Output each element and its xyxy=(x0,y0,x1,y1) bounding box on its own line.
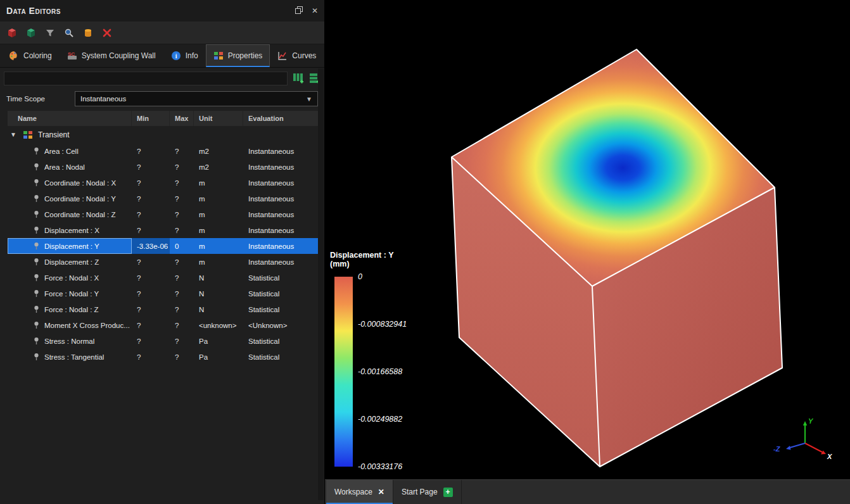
row-min: -3.33e-06 xyxy=(132,238,170,254)
row-max: 0 xyxy=(170,238,194,254)
green-box-icon[interactable] xyxy=(25,27,37,39)
row-name: Moment X Cross Produc... xyxy=(44,322,130,329)
table-row[interactable]: Coordinate : Nodal : Y ? ? m Instantaneo… xyxy=(8,191,318,206)
row-unit: N xyxy=(194,270,243,286)
tab-curves[interactable]: Curves xyxy=(270,44,324,67)
row-unit: m xyxy=(194,222,243,238)
table-header: Name Min Max Unit Evaluation xyxy=(8,111,318,126)
table-row[interactable]: Force : Nodal : X ? ? N Statistical xyxy=(8,270,318,286)
row-name-cell: Stress : Tangential xyxy=(8,349,132,365)
table-row[interactable]: Stress : Normal ? ? Pa Statistical xyxy=(8,333,318,349)
float-panel-icon[interactable] xyxy=(295,6,303,15)
tab-properties[interactable]: Properties xyxy=(206,44,270,67)
data-editors-panel: Data Editors ✕ xyxy=(0,0,325,504)
table-row[interactable]: Stress : Tangential ? ? Pa Statistical xyxy=(8,349,318,365)
table-row[interactable]: Coordinate : Nodal : Z ? ? m Instantaneo… xyxy=(8,206,318,222)
tab-coloring[interactable]: Coloring xyxy=(1,44,60,67)
database-icon[interactable] xyxy=(82,27,94,39)
pin-icon xyxy=(33,210,40,218)
row-max: ? xyxy=(170,191,194,206)
row-name-cell: Force : Nodal : Z xyxy=(8,301,132,317)
row-name-cell: Displacement : Z xyxy=(8,254,132,270)
row-evaluation: Statistical xyxy=(243,349,318,365)
row-name: Coordinate : Nodal : Z xyxy=(44,211,116,218)
row-max: ? xyxy=(170,286,194,301)
tree-group-transient[interactable]: ▼ Transient xyxy=(8,126,318,143)
add-grid-icon[interactable] xyxy=(293,73,304,84)
row-unit: N xyxy=(194,301,243,317)
close-panel-icon[interactable]: ✕ xyxy=(312,7,318,15)
row-unit: N xyxy=(194,286,243,301)
panel-toolbar xyxy=(0,22,324,44)
row-evaluation: Instantaneous xyxy=(243,254,318,270)
row-max: ? xyxy=(170,222,194,238)
chevron-down-icon: ▼ xyxy=(306,96,312,103)
editor-tabbar: Coloring SC System Coupling Wall i Info … xyxy=(0,44,324,68)
row-name-cell: Coordinate : Nodal : Y xyxy=(8,191,132,206)
tab-start-page[interactable]: Start Page + xyxy=(393,480,462,504)
pin-icon xyxy=(33,321,40,329)
panel-titlebar: Data Editors ✕ xyxy=(0,0,324,22)
search-settings-icon[interactable] xyxy=(63,27,75,39)
column-header-max[interactable]: Max xyxy=(170,111,194,126)
viewport-3d[interactable]: Displacement : Y (mm) 0-0.000832941-0.00… xyxy=(325,0,850,479)
pin-icon xyxy=(33,258,40,266)
table-row[interactable]: Displacement : Y -3.33e-06 0 m Instantan… xyxy=(8,238,318,254)
table-row[interactable]: Displacement : Z ? ? m Instantaneous xyxy=(8,254,318,270)
tab-info[interactable]: i Info xyxy=(163,44,206,67)
table-row[interactable]: Area : Nodal ? ? m2 Instantaneous xyxy=(8,159,318,175)
column-header-evaluation[interactable]: Evaluation xyxy=(243,111,318,126)
table-row[interactable]: Coordinate : Nodal : X ? ? m Instantaneo… xyxy=(8,175,318,191)
pin-icon xyxy=(33,226,40,234)
chevron-down-icon[interactable]: ▼ xyxy=(9,131,18,138)
table-rows: Area : Cell ? ? m2 Instantaneous Area : … xyxy=(8,143,318,365)
table-row[interactable]: Area : Cell ? ? m2 Instantaneous xyxy=(8,143,318,159)
row-evaluation: <Unknown> xyxy=(243,317,318,333)
row-min: ? xyxy=(132,301,170,317)
table-row[interactable]: Force : Nodal : Z ? ? N Statistical xyxy=(8,301,318,317)
tab-workspace[interactable]: Workspace ✕ xyxy=(326,480,393,504)
legend-tick-label: -0.00333176 xyxy=(358,462,402,471)
red-box-icon[interactable] xyxy=(6,27,18,39)
time-scope-select[interactable]: Instantaneous ▼ xyxy=(75,91,318,106)
info-icon: i xyxy=(171,51,181,61)
triad-x-label: X xyxy=(827,453,832,460)
legend-tick-label: -0.000832941 xyxy=(358,320,407,329)
row-max: ? xyxy=(170,175,194,191)
panel-scrollbar[interactable] xyxy=(318,68,324,500)
row-name-cell: Displacement : Y xyxy=(8,238,132,254)
row-name-cell: Force : Nodal : Y xyxy=(8,286,132,301)
row-name-cell: Stress : Normal xyxy=(8,333,132,349)
close-tab-icon[interactable]: ✕ xyxy=(378,488,384,496)
document-tabbar: Workspace ✕ Start Page + xyxy=(325,479,850,504)
row-name: Displacement : X xyxy=(44,227,99,234)
delete-icon[interactable] xyxy=(101,27,113,39)
column-header-unit[interactable]: Unit xyxy=(194,111,243,126)
row-min: ? xyxy=(132,317,170,333)
row-unit: m2 xyxy=(194,143,243,159)
workspace-area: Displacement : Y (mm) 0-0.000832941-0.00… xyxy=(325,0,850,504)
row-evaluation: Statistical xyxy=(243,270,318,286)
column-header-name[interactable]: Name xyxy=(8,111,132,126)
filter-icon[interactable] xyxy=(44,27,56,39)
legend-subtitle: (mm) xyxy=(330,260,457,268)
table-row[interactable]: Force : Nodal : Y ? ? N Statistical xyxy=(8,286,318,301)
row-name-cell: Area : Cell xyxy=(8,143,132,159)
transient-grid-icon xyxy=(23,130,33,140)
time-scope-label: Time Scope xyxy=(6,95,70,103)
row-max: ? xyxy=(170,270,194,286)
tab-label: Workspace xyxy=(334,488,372,496)
tab-system-coupling-wall[interactable]: SC System Coupling Wall xyxy=(60,44,163,67)
row-unit: m xyxy=(194,238,243,254)
pin-icon xyxy=(33,147,40,155)
row-name: Stress : Normal xyxy=(44,337,94,345)
table-row[interactable]: Moment X Cross Produc... ? ? <unknown> <… xyxy=(8,317,318,333)
row-name-cell: Moment X Cross Produc... xyxy=(8,317,132,333)
triad-z-label: -Z xyxy=(773,445,781,453)
svg-text:i: i xyxy=(175,53,177,60)
column-header-min[interactable]: Min xyxy=(132,111,170,126)
filter-input[interactable] xyxy=(4,72,288,85)
pin-icon xyxy=(33,179,40,187)
row-min: ? xyxy=(132,175,170,191)
table-row[interactable]: Displacement : X ? ? m Instantaneous xyxy=(8,222,318,238)
